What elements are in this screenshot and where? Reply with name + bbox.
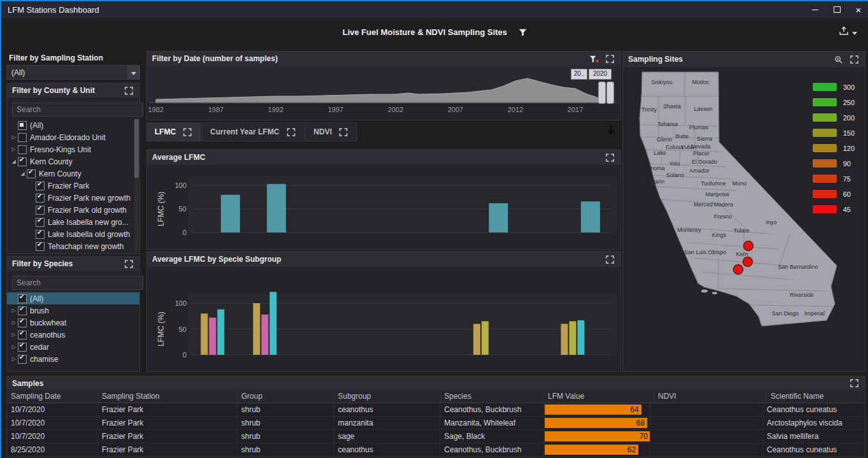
bar[interactable]	[270, 292, 277, 355]
table-row[interactable]: 10/7/2020Frazier ParkshrubsageSage, Blac…	[7, 430, 865, 443]
expand-icon[interactable]	[123, 259, 134, 269]
column-header[interactable]: Sampling Station	[98, 390, 237, 403]
column-header[interactable]: Species	[440, 390, 544, 403]
tree-item[interactable]: Lake Isabella new gro...	[7, 216, 134, 228]
legend-item[interactable]: 60	[812, 189, 855, 199]
expand-icon[interactable]	[849, 54, 860, 64]
checkbox-on[interactable]	[18, 294, 27, 303]
minimize-button[interactable]	[804, 1, 826, 18]
checkbox-on[interactable]	[18, 157, 27, 166]
checkbox-off[interactable]	[18, 145, 27, 154]
expander-collapsed-icon[interactable]: ▷	[10, 356, 18, 362]
bar[interactable]	[577, 320, 584, 355]
checkbox-on[interactable]	[36, 194, 45, 203]
date-histogram-chart[interactable]: 19821987199219972002200720122017	[147, 66, 619, 118]
checkbox-partial[interactable]	[18, 121, 27, 130]
bar[interactable]	[201, 313, 208, 355]
county-tree-scrollbar[interactable]	[134, 119, 139, 252]
checkbox-on[interactable]	[18, 331, 27, 340]
tree-item[interactable]: ▷chamise	[7, 353, 139, 365]
download-icon[interactable]	[606, 125, 616, 140]
scrollbar-thumb[interactable]	[134, 119, 139, 178]
tree-item[interactable]: ◢Kern County	[7, 155, 134, 168]
checkbox-on[interactable]	[18, 306, 27, 315]
expand-icon[interactable]	[605, 54, 615, 64]
tree-item[interactable]: ▷Amador-Eldorado Unit	[7, 131, 134, 143]
checkbox-off[interactable]	[18, 133, 27, 142]
checkbox-on[interactable]	[18, 343, 27, 352]
bar[interactable]	[489, 203, 508, 233]
table-row[interactable]: 10/7/2020Frazier ParkshrubmanzanitaManza…	[7, 417, 865, 430]
legend-item[interactable]: 200	[812, 113, 855, 122]
tab-ndvi[interactable]: NDVI	[305, 122, 358, 141]
column-header[interactable]: Group	[237, 390, 334, 403]
legend-item[interactable]: 75	[812, 174, 855, 183]
site-marker[interactable]	[743, 257, 753, 267]
expander-collapsed-icon[interactable]: ▷	[10, 147, 18, 152]
checkbox-on[interactable]	[36, 218, 45, 227]
bar[interactable]	[253, 303, 260, 355]
expand-icon[interactable]	[182, 127, 193, 137]
tree-item[interactable]: (All)	[7, 292, 139, 304]
column-header[interactable]: Subgroup	[334, 390, 440, 403]
column-header[interactable]: LFM Value	[544, 390, 654, 403]
tree-item[interactable]: ▷cedar	[7, 341, 139, 353]
tree-item[interactable]: ▷buckwheat	[7, 317, 139, 329]
table-row[interactable]: 8/25/2020Frazier ParkshrubceanothusCeano…	[7, 443, 865, 457]
bar[interactable]	[581, 201, 600, 233]
expander-collapsed-icon[interactable]: ▷	[10, 308, 18, 313]
range-slider-handle[interactable]	[606, 82, 614, 104]
bar[interactable]	[561, 324, 568, 355]
site-marker[interactable]	[744, 241, 753, 251]
average-lfmc-by-subgroup-chart[interactable]: 050100LFMC (%)	[147, 267, 619, 370]
tree-item[interactable]: ▷ceanothus	[7, 329, 139, 341]
table-row[interactable]: 10/7/2020Frazier ParkshrubceanothusCeano…	[7, 403, 865, 417]
range-end-input[interactable]: 2020	[589, 69, 612, 80]
average-lfmc-chart[interactable]: 050100LFMC (%)	[147, 165, 619, 248]
maximize-button[interactable]	[826, 1, 848, 18]
checkbox-on[interactable]	[36, 206, 45, 215]
tree-item[interactable]: ▷Fresno-Kings Unit	[7, 143, 134, 155]
export-button[interactable]	[836, 24, 860, 40]
expander-expanded-icon[interactable]: ◢	[18, 171, 27, 176]
tree-item[interactable]: Frazier Park	[7, 180, 134, 192]
clear-filter-icon[interactable]	[589, 54, 599, 64]
expand-icon[interactable]	[338, 127, 349, 137]
checkbox-on[interactable]	[36, 230, 45, 239]
tab-current-year-lfmc[interactable]: Current Year LFMC	[202, 122, 304, 141]
close-button[interactable]: ×	[848, 1, 868, 18]
bar[interactable]	[262, 315, 269, 355]
expand-icon[interactable]	[605, 152, 615, 162]
legend-item[interactable]: 150	[812, 128, 855, 138]
station-filter-dropdown[interactable]: (All)	[6, 65, 140, 80]
expand-icon[interactable]	[123, 85, 134, 96]
checkbox-on[interactable]	[27, 169, 36, 178]
filter-icon[interactable]	[517, 27, 528, 37]
bar[interactable]	[218, 310, 225, 355]
expand-icon[interactable]	[605, 254, 615, 264]
expander-collapsed-icon[interactable]: ▷	[10, 332, 18, 338]
bar[interactable]	[221, 195, 240, 233]
column-header[interactable]: NDVI	[654, 390, 767, 403]
bar[interactable]	[482, 321, 489, 355]
tree-item[interactable]: ◢Kern County	[7, 168, 134, 180]
bar[interactable]	[473, 324, 480, 355]
zoom-in-icon[interactable]	[833, 54, 844, 64]
tree-item[interactable]: ▷brush	[7, 304, 139, 317]
range-slider-handle[interactable]	[598, 82, 606, 104]
legend-item[interactable]: 90	[812, 159, 855, 168]
legend-item[interactable]: 45	[812, 204, 855, 214]
site-marker[interactable]	[734, 265, 743, 275]
tree-item[interactable]: (All)	[7, 119, 134, 131]
range-start-input[interactable]: 20..	[571, 69, 587, 80]
column-header[interactable]: Scientific Name	[767, 390, 865, 403]
checkbox-on[interactable]	[36, 182, 45, 190]
tree-item[interactable]: Tehachapi new growth	[7, 240, 134, 252]
bar[interactable]	[569, 321, 576, 355]
expand-icon[interactable]	[286, 127, 297, 137]
tab-lfmc[interactable]: LFMC	[146, 122, 201, 141]
county-search-input[interactable]	[12, 103, 143, 117]
tree-item[interactable]: Lake Isabella old growth	[7, 228, 134, 240]
species-search-input[interactable]	[12, 276, 143, 290]
checkbox-on[interactable]	[36, 242, 45, 251]
